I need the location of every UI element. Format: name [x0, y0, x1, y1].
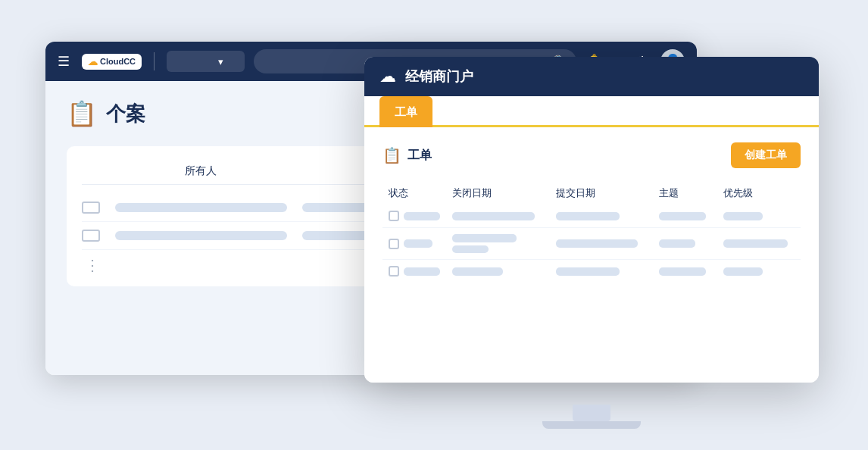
row-checkbox[interactable] — [82, 230, 100, 242]
section-icon: 📋 — [382, 146, 401, 164]
owner-bar — [115, 203, 287, 212]
table-row — [382, 260, 801, 283]
portal-window: ☁ 经销商门户 工单 📋 工单 创建工单 — [364, 57, 819, 383]
section-title-row: 📋 工单 创建工单 — [382, 142, 801, 168]
stand-base — [542, 421, 641, 429]
page-icon: 📋 — [67, 99, 97, 128]
logo-badge: ☁ CloudCC — [82, 54, 142, 70]
portal-cloud-icon: ☁ — [379, 67, 396, 86]
portal-content: 📋 工单 创建工单 状态 关闭日期 提交日期 — [364, 127, 819, 383]
stand-neck — [573, 405, 610, 421]
close-date-bar — [452, 212, 534, 220]
topbar-divider — [154, 52, 155, 70]
page-title: 个案 — [106, 101, 145, 127]
subject-bar — [659, 212, 705, 220]
create-workorder-button[interactable]: 创建工单 — [731, 142, 801, 168]
col-status-header: 状态 — [382, 182, 446, 205]
submit-date-bar — [556, 239, 638, 248]
portal-body: 工单 📋 工单 创建工单 状态 — [364, 96, 819, 383]
dropdown-label — [174, 55, 214, 68]
status-bar — [404, 212, 440, 220]
subject-bar — [659, 239, 695, 248]
row-checkbox[interactable] — [389, 266, 399, 277]
priority-bar — [723, 267, 763, 276]
dropdown-arrow-icon: ▾ — [218, 56, 223, 67]
close-date-bar — [452, 267, 502, 276]
owner-bar — [115, 231, 287, 240]
row-checkbox[interactable] — [389, 239, 399, 249]
hamburger-icon[interactable]: ☰ — [58, 53, 70, 70]
status-bar — [404, 267, 440, 276]
row-checkbox[interactable] — [82, 202, 100, 214]
col-submit-date-header: 提交日期 — [550, 182, 653, 205]
logo-text: CloudCC — [100, 57, 136, 66]
cloud-logo-icon: ☁ — [88, 56, 98, 67]
col-owner-header: 所有人 — [115, 164, 287, 178]
module-dropdown[interactable]: ▾ — [167, 51, 245, 72]
table-row — [382, 205, 801, 228]
submit-date-bar — [556, 267, 620, 276]
monitor-stand — [364, 405, 819, 429]
section-label: 工单 — [407, 148, 432, 164]
cell-status — [382, 205, 446, 228]
col-checkbox-header — [82, 164, 100, 178]
status-bar — [404, 239, 432, 248]
col-subject-header: 主题 — [653, 182, 717, 205]
portal-title: 经销商门户 — [405, 67, 473, 86]
cell-status — [382, 228, 446, 260]
priority-bar — [723, 212, 763, 220]
submit-date-bar — [556, 212, 620, 220]
priority-bar — [723, 239, 788, 248]
col-close-date-header: 关闭日期 — [446, 182, 549, 205]
col-priority-header: 优先级 — [717, 182, 801, 205]
table-row — [382, 228, 801, 260]
portal-header: ☁ 经销商门户 — [364, 57, 819, 96]
cell-status — [382, 260, 446, 283]
tab-workorder[interactable]: 工单 — [379, 96, 432, 127]
row-checkbox[interactable] — [389, 211, 399, 221]
portal-tabs: 工单 — [364, 96, 819, 127]
close-date-bar — [452, 234, 516, 242]
close-date-bar-2 — [452, 245, 489, 253]
table-header-row: 状态 关闭日期 提交日期 主题 优先级 — [382, 182, 801, 205]
portal-table: 状态 关闭日期 提交日期 主题 优先级 — [382, 182, 801, 283]
subject-bar — [659, 267, 705, 276]
section-left: 📋 工单 — [382, 146, 432, 164]
tab-workorder-label: 工单 — [395, 105, 417, 118]
